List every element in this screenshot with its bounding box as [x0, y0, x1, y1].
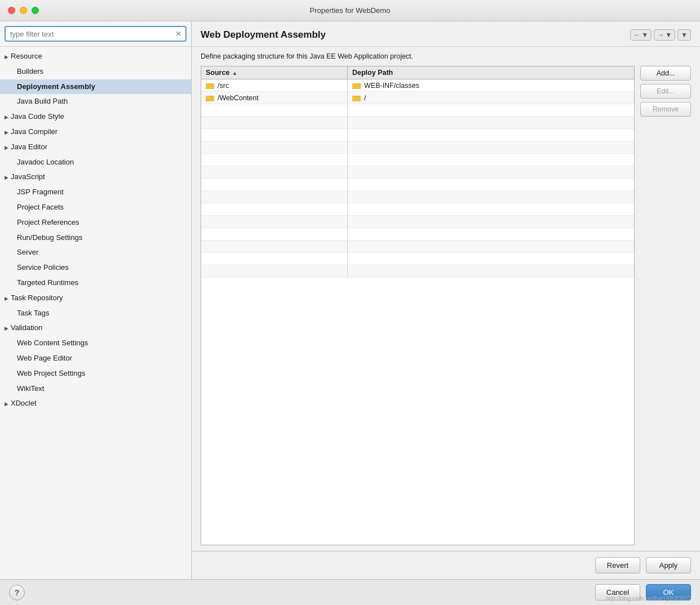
- sidebar-item-java-build-path[interactable]: Java Build Path: [0, 94, 191, 109]
- deploy-path: /: [364, 94, 366, 102]
- sidebar-item-project-facets[interactable]: Project Facets: [0, 200, 191, 215]
- table-header: Source ▲ Deploy Path: [201, 66, 634, 79]
- dropdown-button[interactable]: ▼: [677, 29, 691, 41]
- sidebar-item-task-repository[interactable]: Task Repository: [0, 291, 191, 306]
- sidebar-item-deployment-assembly[interactable]: Deployment Assembly: [0, 79, 191, 95]
- table-row-empty: [201, 191, 634, 203]
- sidebar-item-project-references[interactable]: Project References: [0, 215, 191, 230]
- window-title: Properties for WebDemo: [310, 6, 391, 15]
- forward-arrow-dropdown[interactable]: ▼: [665, 31, 672, 39]
- table-body: /src WEB-INF/classes /WebContent /: [201, 79, 634, 545]
- sidebar-item-web-content-settings[interactable]: Web Content Settings: [0, 336, 191, 351]
- table-row-empty: [201, 241, 634, 253]
- bottom-bar: Revert Apply: [192, 551, 700, 579]
- sidebar-item-jsp-fragment[interactable]: JSP Fragment: [0, 185, 191, 200]
- dropdown-icon: ▼: [681, 31, 688, 39]
- sidebar-item-web-project-settings[interactable]: Web Project Settings: [0, 366, 191, 381]
- source-cell: /src: [201, 79, 348, 91]
- sidebar-item-web-page-editor[interactable]: Web Page Editor: [0, 351, 191, 366]
- back-arrow-icon: ←: [633, 31, 640, 39]
- footer-bar: ? Cancel OK http://blog.csdn.net/bai1490…: [0, 579, 700, 605]
- table-row[interactable]: /WebContent /: [201, 92, 634, 104]
- source-column-header: Source ▲: [201, 66, 348, 79]
- table-row-empty: [201, 228, 634, 241]
- maximize-button[interactable]: [32, 7, 39, 14]
- table-row-empty: [201, 141, 634, 154]
- deploy-cell: /: [348, 92, 634, 104]
- table-row-empty: [201, 129, 634, 141]
- add-button[interactable]: Add...: [640, 66, 691, 81]
- nav-arrows: ← ▼ → ▼ ▼: [630, 29, 691, 41]
- table-row-empty: [201, 166, 634, 179]
- back-arrow-dropdown[interactable]: ▼: [641, 31, 648, 39]
- svg-rect-11: [352, 97, 361, 101]
- table-row-empty: [201, 179, 634, 191]
- svg-rect-2: [206, 84, 214, 89]
- sidebar-item-wikitext[interactable]: WikiText: [0, 381, 191, 397]
- filter-wrap: ✕: [0, 21, 191, 47]
- right-panel: Web Deployment Assembly ← ▼ → ▼ ▼ Define…: [192, 21, 700, 579]
- sort-icon: ▲: [232, 70, 237, 76]
- sidebar-item-service-policies[interactable]: Service Policies: [0, 260, 191, 275]
- assembly-content: Source ▲ Deploy Path /src WEB-INF/classe…: [192, 66, 700, 551]
- main-content: ✕ ResourceBuildersDeployment AssemblyJav…: [0, 21, 700, 579]
- watermark: http://blog.csdn.net/bai149083657: [606, 595, 691, 602]
- deploy-path: WEB-INF/classes: [364, 82, 419, 90]
- folder-icon: [206, 82, 215, 89]
- help-button[interactable]: ?: [9, 585, 25, 600]
- sidebar-item-javadoc-location[interactable]: Javadoc Location: [0, 155, 191, 170]
- edit-button[interactable]: Edit...: [640, 84, 691, 99]
- apply-button[interactable]: Apply: [646, 557, 691, 573]
- nav-list: ResourceBuildersDeployment AssemblyJava …: [0, 47, 191, 579]
- source-path: /src: [218, 82, 229, 90]
- table-row-empty: [201, 265, 634, 278]
- source-path: /WebContent: [218, 94, 259, 102]
- svg-rect-5: [352, 84, 361, 89]
- sidebar-item-java-compiler[interactable]: Java Compiler: [0, 124, 191, 140]
- sidebar-item-server[interactable]: Server: [0, 245, 191, 260]
- minimize-button[interactable]: [20, 7, 27, 14]
- window-controls: [8, 7, 39, 14]
- panel-title: Web Deployment Assembly: [201, 29, 326, 41]
- folder-icon: [206, 94, 215, 101]
- folder-icon: [352, 94, 361, 101]
- source-header-label: Source: [206, 69, 229, 77]
- right-header: Web Deployment Assembly ← ▼ → ▼ ▼: [192, 21, 700, 47]
- sidebar-item-javascript[interactable]: JavaScript: [0, 170, 191, 185]
- source-cell: /WebContent: [201, 92, 348, 104]
- filter-container: ✕: [5, 26, 187, 42]
- table-row-empty: [201, 104, 634, 117]
- sidebar-item-java-code-style[interactable]: Java Code Style: [0, 109, 191, 124]
- forward-arrow-button[interactable]: → ▼: [654, 29, 675, 41]
- table-row[interactable]: /src WEB-INF/classes: [201, 79, 634, 92]
- sidebar-item-xdoclet[interactable]: XDoclet: [0, 396, 191, 411]
- forward-arrow-icon: →: [657, 31, 664, 39]
- side-buttons: Add... Edit... Remove: [640, 66, 691, 545]
- table-row-empty: [201, 216, 634, 228]
- deploy-cell: WEB-INF/classes: [348, 79, 634, 91]
- svg-rect-8: [206, 97, 214, 101]
- table-row-empty: [201, 203, 634, 216]
- description: Define packaging structure for this Java…: [192, 47, 700, 66]
- sidebar-item-validation[interactable]: Validation: [0, 321, 191, 336]
- sidebar-item-task-tags[interactable]: Task Tags: [0, 306, 191, 321]
- back-arrow-button[interactable]: ← ▼: [630, 29, 652, 41]
- sidebar-item-targeted-runtimes[interactable]: Targeted Runtimes: [0, 275, 191, 291]
- filter-clear-icon[interactable]: ✕: [174, 29, 183, 38]
- sidebar-item-run-debug-settings[interactable]: Run/Debug Settings: [0, 230, 191, 246]
- remove-button[interactable]: Remove: [640, 102, 691, 117]
- table-row-empty: [201, 117, 634, 129]
- close-button[interactable]: [8, 7, 15, 14]
- title-bar: Properties for WebDemo: [0, 0, 700, 21]
- revert-button[interactable]: Revert: [595, 557, 640, 573]
- filter-input[interactable]: [5, 26, 187, 42]
- sidebar-item-resource[interactable]: Resource: [0, 49, 191, 64]
- deploy-header-label: Deploy Path: [352, 69, 393, 77]
- sidebar-item-builders[interactable]: Builders: [0, 64, 191, 79]
- sidebar-item-java-editor[interactable]: Java Editor: [0, 140, 191, 155]
- assembly-table: Source ▲ Deploy Path /src WEB-INF/classe…: [201, 66, 635, 545]
- table-row-empty: [201, 154, 634, 166]
- deploy-column-header: Deploy Path: [348, 66, 634, 79]
- table-row-empty: [201, 253, 634, 265]
- left-panel: ✕ ResourceBuildersDeployment AssemblyJav…: [0, 21, 192, 579]
